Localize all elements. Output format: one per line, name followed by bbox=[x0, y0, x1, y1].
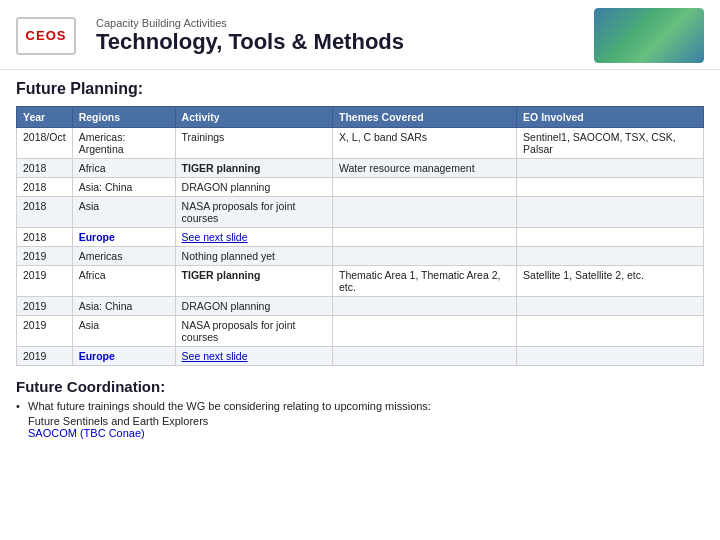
cell-eo bbox=[517, 178, 704, 197]
cell-region: Europe bbox=[72, 347, 175, 366]
cell-activity: TIGER planning bbox=[175, 266, 332, 297]
cell-eo: Satellite 1, Satellite 2, etc. bbox=[517, 266, 704, 297]
cell-region: Asia bbox=[72, 316, 175, 347]
cell-eo bbox=[517, 247, 704, 266]
cell-year: 2019 bbox=[17, 266, 73, 297]
globe-image bbox=[594, 8, 704, 63]
cell-eo bbox=[517, 347, 704, 366]
cell-year: 2018 bbox=[17, 228, 73, 247]
cell-region: Americas bbox=[72, 247, 175, 266]
ceos-logo: CEOS bbox=[16, 17, 76, 55]
cell-region: Africa bbox=[72, 266, 175, 297]
cell-activity: NASA proposals for joint courses bbox=[175, 197, 332, 228]
cell-activity: TIGER planning bbox=[175, 159, 332, 178]
cell-themes bbox=[332, 197, 516, 228]
cell-themes bbox=[332, 228, 516, 247]
col-year: Year bbox=[17, 107, 73, 128]
table-row: 2018 Asia: China DRAGON planning bbox=[17, 178, 704, 197]
cell-themes: Thematic Area 1, Thematic Area 2, etc. bbox=[332, 266, 516, 297]
cell-themes bbox=[332, 247, 516, 266]
col-activity: Activity bbox=[175, 107, 332, 128]
planning-table: Year Regions Activity Themes Covered EO … bbox=[16, 106, 704, 366]
coordination-bullet: What future trainings should the WG be c… bbox=[16, 400, 704, 412]
table-row: 2019 Asia NASA proposals for joint cours… bbox=[17, 316, 704, 347]
cell-activity: DRAGON planning bbox=[175, 178, 332, 197]
cell-activity: See next slide bbox=[175, 228, 332, 247]
header-title: Technology, Tools & Methods bbox=[96, 29, 594, 55]
col-eo: EO Involved bbox=[517, 107, 704, 128]
table-row: 2019 Africa TIGER planning Thematic Area… bbox=[17, 266, 704, 297]
cell-activity: See next slide bbox=[175, 347, 332, 366]
header-subtitle: Capacity Building Activities bbox=[96, 17, 594, 29]
coordination-line1: Future Sentinels and Earth Explorers bbox=[16, 415, 704, 427]
table-row: 2018/Oct Americas: Argentina Trainings X… bbox=[17, 128, 704, 159]
logo-area: CEOS bbox=[16, 17, 76, 55]
cell-eo bbox=[517, 297, 704, 316]
cell-eo bbox=[517, 159, 704, 178]
cell-year: 2019 bbox=[17, 347, 73, 366]
cell-year: 2018 bbox=[17, 159, 73, 178]
cell-activity: Nothing planned yet bbox=[175, 247, 332, 266]
cell-themes bbox=[332, 178, 516, 197]
page-content: Future Planning: Year Regions Activity T… bbox=[0, 70, 720, 447]
header-text: Capacity Building Activities Technology,… bbox=[96, 17, 594, 55]
cell-eo bbox=[517, 228, 704, 247]
table-row: 2018 Asia NASA proposals for joint cours… bbox=[17, 197, 704, 228]
col-themes: Themes Covered bbox=[332, 107, 516, 128]
cell-year: 2018/Oct bbox=[17, 128, 73, 159]
cell-themes bbox=[332, 347, 516, 366]
cell-themes: Water resource management bbox=[332, 159, 516, 178]
cell-themes: X, L, C band SARs bbox=[332, 128, 516, 159]
cell-year: 2018 bbox=[17, 197, 73, 228]
table-row: 2018 Africa TIGER planning Water resourc… bbox=[17, 159, 704, 178]
table-row: 2019 Americas Nothing planned yet bbox=[17, 247, 704, 266]
cell-themes bbox=[332, 297, 516, 316]
cell-year: 2018 bbox=[17, 178, 73, 197]
cell-eo: Sentinel1, SAOCOM, TSX, CSK, Palsar bbox=[517, 128, 704, 159]
future-planning-title: Future Planning: bbox=[16, 80, 704, 98]
table-header-row: Year Regions Activity Themes Covered EO … bbox=[17, 107, 704, 128]
cell-region: Asia bbox=[72, 197, 175, 228]
cell-year: 2019 bbox=[17, 316, 73, 347]
table-row: 2019 Asia: China DRAGON planning bbox=[17, 297, 704, 316]
future-coordination-title: Future Coordination: bbox=[16, 378, 704, 395]
cell-eo bbox=[517, 197, 704, 228]
cell-region: Africa bbox=[72, 159, 175, 178]
cell-activity: DRAGON planning bbox=[175, 297, 332, 316]
coordination-line2: SAOCOM (TBC Conae) bbox=[16, 427, 704, 439]
cell-eo bbox=[517, 316, 704, 347]
future-coordination-section: Future Coordination: What future trainin… bbox=[16, 378, 704, 439]
cell-region: Asia: China bbox=[72, 297, 175, 316]
cell-region: Asia: China bbox=[72, 178, 175, 197]
cell-activity: NASA proposals for joint courses bbox=[175, 316, 332, 347]
cell-region: Europe bbox=[72, 228, 175, 247]
cell-themes bbox=[332, 316, 516, 347]
cell-activity: Trainings bbox=[175, 128, 332, 159]
cell-year: 2019 bbox=[17, 297, 73, 316]
table-row: 2019 Europe See next slide bbox=[17, 347, 704, 366]
table-row: 2018 Europe See next slide bbox=[17, 228, 704, 247]
col-regions: Regions bbox=[72, 107, 175, 128]
header-decoration bbox=[594, 8, 704, 63]
page-header: CEOS Capacity Building Activities Techno… bbox=[0, 0, 720, 70]
cell-region: Americas: Argentina bbox=[72, 128, 175, 159]
cell-year: 2019 bbox=[17, 247, 73, 266]
